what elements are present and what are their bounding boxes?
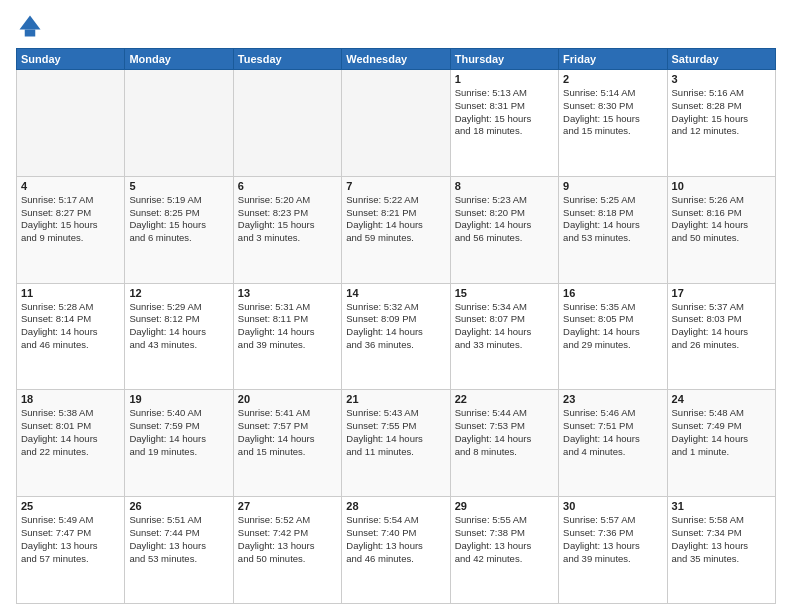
cell-line: and 8 minutes. (455, 446, 554, 459)
calendar-cell: 18Sunrise: 5:38 AMSunset: 8:01 PMDayligh… (17, 390, 125, 497)
cell-line: and 3 minutes. (238, 232, 337, 245)
cell-line: Daylight: 15 hours (455, 113, 554, 126)
day-number: 28 (346, 500, 445, 512)
cell-line: Sunset: 7:49 PM (672, 420, 771, 433)
cell-line: Sunrise: 5:28 AM (21, 301, 120, 314)
day-number: 2 (563, 73, 662, 85)
cell-line: and 53 minutes. (563, 232, 662, 245)
calendar-cell: 25Sunrise: 5:49 AMSunset: 7:47 PMDayligh… (17, 497, 125, 604)
cell-line: and 50 minutes. (672, 232, 771, 245)
day-number: 20 (238, 393, 337, 405)
calendar-cell: 26Sunrise: 5:51 AMSunset: 7:44 PMDayligh… (125, 497, 233, 604)
cell-line: and 6 minutes. (129, 232, 228, 245)
day-number: 12 (129, 287, 228, 299)
header-cell-wednesday: Wednesday (342, 49, 450, 70)
cell-line: Sunset: 8:11 PM (238, 313, 337, 326)
cell-line: and 19 minutes. (129, 446, 228, 459)
cell-line: Sunrise: 5:51 AM (129, 514, 228, 527)
day-number: 16 (563, 287, 662, 299)
cell-line: Sunrise: 5:25 AM (563, 194, 662, 207)
calendar-cell: 7Sunrise: 5:22 AMSunset: 8:21 PMDaylight… (342, 176, 450, 283)
cell-line: Daylight: 14 hours (21, 326, 120, 339)
calendar-cell: 17Sunrise: 5:37 AMSunset: 8:03 PMDayligh… (667, 283, 775, 390)
cell-line: Daylight: 14 hours (346, 433, 445, 446)
cell-line: Sunrise: 5:58 AM (672, 514, 771, 527)
calendar-cell: 29Sunrise: 5:55 AMSunset: 7:38 PMDayligh… (450, 497, 558, 604)
cell-line: Sunrise: 5:23 AM (455, 194, 554, 207)
cell-line: and 39 minutes. (563, 553, 662, 566)
cell-line: Sunrise: 5:19 AM (129, 194, 228, 207)
cell-line: Daylight: 14 hours (455, 326, 554, 339)
cell-line: Sunrise: 5:32 AM (346, 301, 445, 314)
cell-line: Daylight: 14 hours (563, 219, 662, 232)
cell-line: Sunset: 8:09 PM (346, 313, 445, 326)
calendar-cell: 9Sunrise: 5:25 AMSunset: 8:18 PMDaylight… (559, 176, 667, 283)
cell-line: Daylight: 13 hours (346, 540, 445, 553)
calendar-cell: 31Sunrise: 5:58 AMSunset: 7:34 PMDayligh… (667, 497, 775, 604)
header-cell-saturday: Saturday (667, 49, 775, 70)
cell-line: Sunrise: 5:41 AM (238, 407, 337, 420)
day-number: 26 (129, 500, 228, 512)
header-row: SundayMondayTuesdayWednesdayThursdayFrid… (17, 49, 776, 70)
cell-line: Sunset: 7:57 PM (238, 420, 337, 433)
cell-line: and 35 minutes. (672, 553, 771, 566)
cell-line: Daylight: 14 hours (238, 433, 337, 446)
day-number: 3 (672, 73, 771, 85)
cell-line: Daylight: 14 hours (563, 326, 662, 339)
cell-line: Sunrise: 5:40 AM (129, 407, 228, 420)
cell-line: Sunrise: 5:57 AM (563, 514, 662, 527)
cell-line: Daylight: 14 hours (672, 219, 771, 232)
cell-line: Daylight: 15 hours (563, 113, 662, 126)
cell-line: Daylight: 14 hours (346, 326, 445, 339)
calendar-cell (125, 70, 233, 177)
header (16, 12, 776, 40)
calendar-cell: 10Sunrise: 5:26 AMSunset: 8:16 PMDayligh… (667, 176, 775, 283)
calendar-cell: 21Sunrise: 5:43 AMSunset: 7:55 PMDayligh… (342, 390, 450, 497)
cell-line: Daylight: 13 hours (672, 540, 771, 553)
cell-line: and 1 minute. (672, 446, 771, 459)
cell-line: Sunrise: 5:20 AM (238, 194, 337, 207)
header-cell-monday: Monday (125, 49, 233, 70)
cell-line: and 4 minutes. (563, 446, 662, 459)
calendar-cell: 23Sunrise: 5:46 AMSunset: 7:51 PMDayligh… (559, 390, 667, 497)
cell-line: Sunrise: 5:31 AM (238, 301, 337, 314)
day-number: 13 (238, 287, 337, 299)
cell-line: Sunset: 8:30 PM (563, 100, 662, 113)
cell-line: Sunrise: 5:38 AM (21, 407, 120, 420)
calendar-cell: 12Sunrise: 5:29 AMSunset: 8:12 PMDayligh… (125, 283, 233, 390)
calendar-cell (342, 70, 450, 177)
cell-line: and 15 minutes. (563, 125, 662, 138)
header-cell-tuesday: Tuesday (233, 49, 341, 70)
cell-line: and 18 minutes. (455, 125, 554, 138)
calendar-row-4: 25Sunrise: 5:49 AMSunset: 7:47 PMDayligh… (17, 497, 776, 604)
cell-line: Sunrise: 5:48 AM (672, 407, 771, 420)
cell-line: Sunrise: 5:52 AM (238, 514, 337, 527)
cell-line: and 46 minutes. (346, 553, 445, 566)
calendar-cell: 30Sunrise: 5:57 AMSunset: 7:36 PMDayligh… (559, 497, 667, 604)
cell-line: Sunset: 7:51 PM (563, 420, 662, 433)
calendar-body: 1Sunrise: 5:13 AMSunset: 8:31 PMDaylight… (17, 70, 776, 604)
calendar-cell (17, 70, 125, 177)
cell-line: Sunset: 8:31 PM (455, 100, 554, 113)
cell-line: and 56 minutes. (455, 232, 554, 245)
cell-line: and 12 minutes. (672, 125, 771, 138)
cell-line: and 57 minutes. (21, 553, 120, 566)
header-cell-thursday: Thursday (450, 49, 558, 70)
calendar-cell: 15Sunrise: 5:34 AMSunset: 8:07 PMDayligh… (450, 283, 558, 390)
cell-line: and 22 minutes. (21, 446, 120, 459)
calendar-row-2: 11Sunrise: 5:28 AMSunset: 8:14 PMDayligh… (17, 283, 776, 390)
cell-line: Daylight: 14 hours (21, 433, 120, 446)
cell-line: Sunset: 8:23 PM (238, 207, 337, 220)
cell-line: Sunrise: 5:35 AM (563, 301, 662, 314)
cell-line: Sunrise: 5:49 AM (21, 514, 120, 527)
cell-line: Daylight: 14 hours (672, 433, 771, 446)
day-number: 21 (346, 393, 445, 405)
calendar-cell: 8Sunrise: 5:23 AMSunset: 8:20 PMDaylight… (450, 176, 558, 283)
cell-line: Sunset: 7:38 PM (455, 527, 554, 540)
day-number: 18 (21, 393, 120, 405)
cell-line: Daylight: 13 hours (129, 540, 228, 553)
day-number: 1 (455, 73, 554, 85)
day-number: 5 (129, 180, 228, 192)
svg-rect-1 (25, 30, 36, 37)
cell-line: Sunrise: 5:26 AM (672, 194, 771, 207)
